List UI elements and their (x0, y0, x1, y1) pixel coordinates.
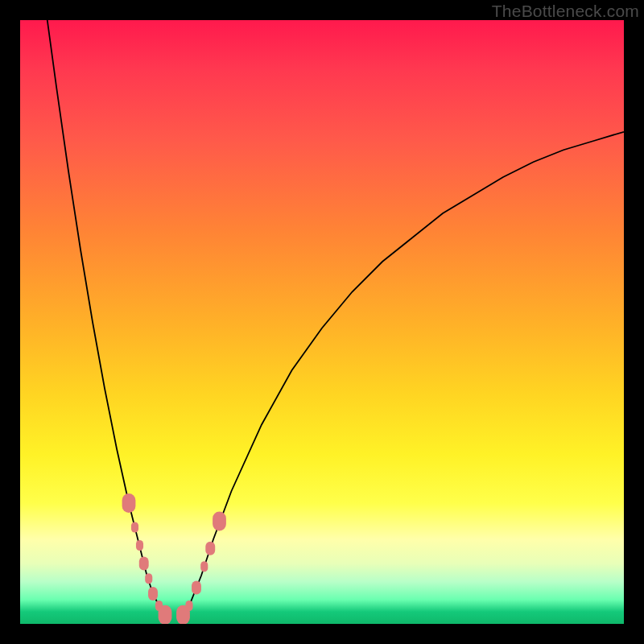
data-marker (192, 581, 201, 595)
data-marker (148, 587, 158, 601)
curve-left-branch (47, 20, 165, 615)
data-marker (131, 522, 138, 533)
data-marker (205, 542, 215, 555)
data-marker (145, 573, 152, 584)
data-marker (185, 601, 192, 611)
data-marker (139, 557, 149, 571)
data-marker (159, 605, 172, 624)
data-marker (136, 540, 143, 551)
data-marker (200, 561, 208, 572)
chart-frame: TheBottleneck.com (0, 0, 644, 644)
curve-right-branch (184, 132, 625, 615)
data-marker (122, 493, 136, 513)
plot-area (20, 20, 624, 624)
watermark-text: TheBottleneck.com (492, 2, 639, 21)
chart-svg (20, 20, 624, 624)
data-marker (213, 512, 226, 531)
marker-group (122, 493, 226, 624)
